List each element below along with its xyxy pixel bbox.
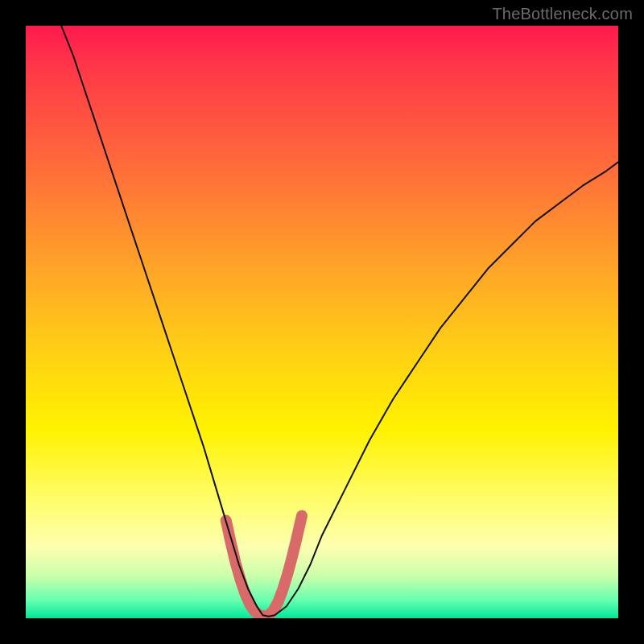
- chart-frame: TheBottleneck.com: [0, 0, 644, 644]
- bottleneck-curve: [61, 26, 618, 617]
- chart-plot-area: [26, 26, 618, 618]
- chart-svg: [26, 26, 618, 618]
- watermark-text: TheBottleneck.com: [492, 5, 633, 23]
